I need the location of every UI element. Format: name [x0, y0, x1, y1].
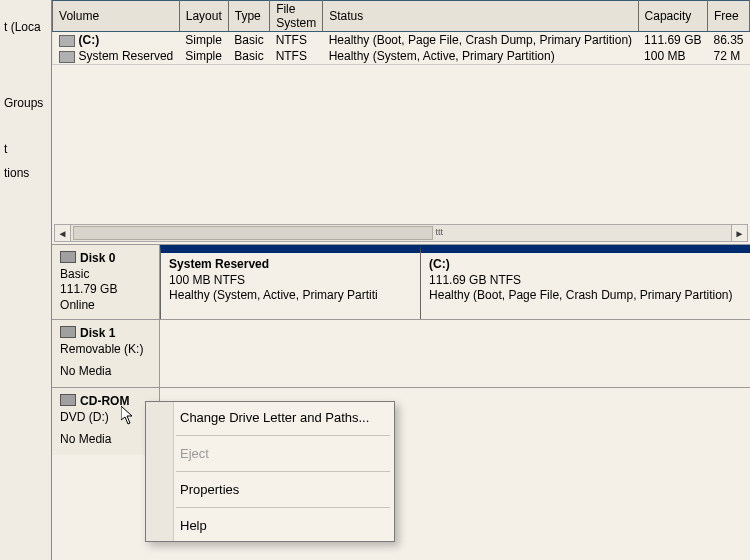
disk-row[interactable]: Disk 1 Removable (K:) No Media	[52, 319, 750, 387]
removable-icon: Disk 1	[60, 326, 151, 342]
partition-title: (C:)	[429, 257, 742, 273]
cell: 86.35	[707, 32, 749, 49]
disk-state: No Media	[60, 364, 151, 380]
disk-label[interactable]: Disk 0 Basic 111.79 GB Online	[52, 245, 160, 319]
disk-type: DVD (D:)	[60, 410, 151, 426]
disk-size: 111.79 GB	[60, 282, 151, 298]
disk-state: Online	[60, 298, 151, 314]
disk-row[interactable]: Disk 0 Basic 111.79 GB Online System Res…	[52, 244, 750, 319]
scroll-left-button[interactable]: ◄	[55, 225, 71, 241]
menu-item-eject[interactable]: Eject	[146, 438, 394, 469]
col-status[interactable]: Status	[323, 1, 638, 32]
col-volume[interactable]: Volume	[53, 1, 180, 32]
cdrom-icon: CD-ROM	[60, 394, 151, 410]
scroll-right-button[interactable]: ►	[731, 225, 747, 241]
partition-title: System Reserved	[169, 257, 412, 273]
disk-label[interactable]: Disk 1 Removable (K:) No Media	[52, 320, 160, 387]
volume-table[interactable]: Volume Layout Type File System Status Ca…	[52, 0, 750, 64]
scroll-mark: ttt	[436, 227, 442, 239]
menu-item-change-drive-letter[interactable]: Change Drive Letter and Paths...	[146, 402, 394, 433]
cell: 72 M	[707, 48, 749, 64]
cell: NTFS	[270, 32, 323, 49]
cell: Healthy (Boot, Page File, Crash Dump, Pr…	[323, 32, 638, 49]
menu-separator	[176, 471, 390, 472]
cell: 100 MB	[638, 48, 707, 64]
col-capacity[interactable]: Capacity	[638, 1, 707, 32]
disk-label[interactable]: CD-ROM DVD (D:) No Media	[52, 388, 160, 455]
menu-separator	[176, 435, 390, 436]
partition-status: Healthy (System, Active, Primary Partiti	[169, 288, 412, 304]
volume-name: (C:)	[79, 33, 100, 47]
menu-item-help[interactable]: Help	[146, 510, 394, 541]
horizontal-scrollbar[interactable]: ◄ ttt ►	[54, 224, 748, 242]
partition-size: 100 MB NTFS	[169, 273, 412, 289]
disk-state: No Media	[60, 432, 151, 448]
partition-block[interactable]: (C:) 111.69 GB NTFS Healthy (Boot, Page …	[420, 245, 750, 319]
col-free[interactable]: Free	[707, 1, 749, 32]
partition-size: 111.69 GB NTFS	[429, 273, 742, 289]
sidebar-item[interactable]: Groups	[0, 92, 51, 114]
sidebar-item[interactable]: t (Loca	[0, 16, 51, 38]
disk-type: Basic	[60, 267, 151, 283]
col-type[interactable]: Type	[228, 1, 269, 32]
menu-item-properties[interactable]: Properties	[146, 474, 394, 505]
sidebar-item[interactable]: t	[0, 138, 51, 160]
cell: 111.69 GB	[638, 32, 707, 49]
cell: Simple	[179, 48, 228, 64]
col-filesystem[interactable]: File System	[270, 1, 323, 32]
cell: Basic	[228, 48, 269, 64]
cell: Healthy (System, Active, Primary Partiti…	[323, 48, 638, 64]
partition-block[interactable]: System Reserved 100 MB NTFS Healthy (Sys…	[160, 245, 420, 319]
volume-name: System Reserved	[79, 49, 174, 63]
cell: Simple	[179, 32, 228, 49]
sidebar-item[interactable]: tions	[0, 162, 51, 184]
cell: Basic	[228, 32, 269, 49]
scroll-thumb[interactable]	[73, 226, 433, 240]
menu-separator	[176, 507, 390, 508]
context-menu: Change Drive Letter and Paths... Eject P…	[145, 401, 395, 542]
disk-type: Removable (K:)	[60, 342, 151, 358]
cell: NTFS	[270, 48, 323, 64]
partition-status: Healthy (Boot, Page File, Crash Dump, Pr…	[429, 288, 742, 304]
col-layout[interactable]: Layout	[179, 1, 228, 32]
empty-partition-area[interactable]	[160, 320, 750, 387]
left-sidebar: t (Loca Groups t tions	[0, 0, 52, 560]
hdd-icon: Disk 0	[60, 251, 151, 267]
table-row[interactable]: System Reserved Simple Basic NTFS Health…	[53, 48, 750, 64]
volume-list-area[interactable]: ◄ ttt ►	[52, 64, 750, 244]
table-row[interactable]: (C:) Simple Basic NTFS Healthy (Boot, Pa…	[53, 32, 750, 49]
